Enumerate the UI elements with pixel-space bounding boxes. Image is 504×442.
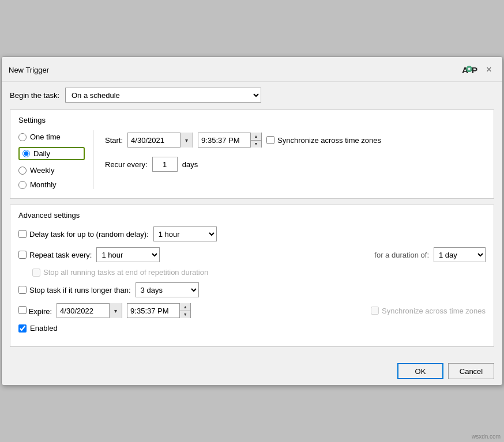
logo-icon: A PUALS: [462, 62, 478, 78]
repeat-label: Repeat task every:: [29, 251, 92, 259]
recur-label: Recur every:: [105, 160, 148, 169]
start-time-spinners: ▲ ▼: [250, 133, 261, 148]
stop-if-select[interactable]: 3 days: [136, 282, 199, 297]
stop-all-label: Stop all running tasks at end of repetit…: [43, 268, 208, 277]
delay-row: Delay task for up to (random delay): 1 h…: [18, 226, 486, 241]
delay-select[interactable]: 1 hour: [153, 226, 217, 241]
enabled-checkbox[interactable]: [18, 324, 27, 333]
duration-label: for a duration of:: [374, 251, 429, 259]
repeat-check-label[interactable]: Repeat task every:: [18, 251, 92, 259]
expire-row: Expire: ▾ ▲ ▼ Synchronize across time zo…: [18, 303, 486, 318]
footer-row: OK Cancel: [2, 358, 502, 385]
watermark: wsxdn.com: [472, 433, 501, 440]
expire-time-down-button[interactable]: ▼: [180, 311, 190, 319]
sync-checkbox[interactable]: [266, 136, 274, 144]
enabled-label: Enabled: [30, 324, 58, 333]
cancel-button[interactable]: Cancel: [448, 363, 494, 379]
advanced-section: Advanced settings Delay task for up to (…: [10, 205, 494, 347]
ok-button[interactable]: OK: [397, 363, 443, 379]
svg-text:PUALS: PUALS: [472, 65, 478, 75]
start-date-input[interactable]: [128, 133, 180, 147]
expire-date-input[interactable]: [57, 304, 109, 318]
recur-unit: days: [182, 160, 198, 169]
expire-time-up-button[interactable]: ▲: [180, 303, 190, 311]
stop-all-row: Stop all running tasks at end of repetit…: [32, 268, 486, 277]
radio-daily-input[interactable]: [22, 150, 30, 157]
enabled-row: Enabled: [18, 324, 486, 333]
sync-label: Synchronize across time zones: [277, 136, 381, 145]
svg-point-2: [468, 68, 471, 70]
start-time-up-button[interactable]: ▲: [251, 133, 261, 141]
radio-monthly-label: Monthly: [30, 180, 57, 189]
start-row: Start: ▾ ▲ ▼: [105, 133, 486, 148]
expire-sync-label: Synchronize across time zones: [382, 307, 486, 315]
delay-check-label[interactable]: Delay task for up to (random delay):: [18, 230, 149, 239]
expire-date-picker-button[interactable]: ▾: [109, 303, 122, 318]
start-date-input-wrap: ▾: [127, 133, 193, 148]
expire-time-input[interactable]: [127, 304, 179, 318]
radio-group: One time Daily Weekly Monthly: [18, 130, 93, 189]
stop-if-label: Stop task if it runs longer than:: [29, 286, 131, 294]
expire-checkbox[interactable]: [18, 306, 27, 314]
title-bar: New Trigger A PUALS ×: [2, 57, 502, 82]
logo: A PUALS: [462, 62, 478, 78]
expire-date-wrap: ▾: [57, 303, 122, 318]
delay-checkbox[interactable]: [18, 230, 27, 238]
title-right: A PUALS ×: [462, 62, 495, 78]
dialog-body: Begin the task: On a schedule Settings O…: [2, 82, 502, 358]
stop-if-row: Stop task if it runs longer than: 3 days: [18, 282, 486, 297]
settings-right: Start: ▾ ▲ ▼: [93, 130, 486, 189]
radio-weekly-input[interactable]: [18, 167, 27, 175]
settings-inner: One time Daily Weekly Monthly: [18, 130, 486, 189]
radio-weekly-label: Weekly: [30, 166, 54, 175]
start-time-input-wrap: ▲ ▼: [198, 133, 262, 148]
delay-label: Delay task for up to (random delay):: [29, 230, 149, 239]
recur-row: Recur every: days: [105, 157, 486, 172]
expire-time-spinners: ▲ ▼: [179, 303, 190, 318]
new-trigger-dialog: New Trigger A PUALS × Begin the task: On…: [1, 56, 503, 386]
stop-all-checkbox[interactable]: [32, 269, 40, 277]
expire-sync-checkbox[interactable]: [371, 307, 379, 315]
radio-daily-wrapper: Daily: [18, 147, 85, 160]
start-label: Start:: [105, 136, 123, 145]
repeat-row: Repeat task every: 1 hour for a duration…: [18, 247, 486, 262]
begin-label: Begin the task:: [10, 91, 59, 100]
expire-time-wrap: ▲ ▼: [127, 303, 191, 318]
radio-one-time[interactable]: One time: [18, 133, 85, 141]
radio-monthly-input[interactable]: [18, 181, 27, 189]
start-date-picker-button[interactable]: ▾: [180, 133, 193, 148]
sync-check: Synchronize across time zones: [266, 136, 381, 145]
radio-one-time-label: One time: [30, 133, 61, 141]
begin-select[interactable]: On a schedule: [65, 88, 261, 103]
stop-if-check-label[interactable]: Stop task if it runs longer than:: [18, 286, 131, 294]
expire-check-label[interactable]: Expire:: [18, 306, 52, 316]
stop-if-checkbox[interactable]: [18, 286, 27, 294]
duration-select[interactable]: 1 day: [434, 247, 486, 262]
radio-weekly[interactable]: Weekly: [18, 166, 85, 175]
repeat-checkbox[interactable]: [18, 251, 27, 259]
radio-daily-label: Daily: [33, 149, 50, 158]
begin-row: Begin the task: On a schedule: [10, 88, 494, 103]
dialog-title: New Trigger: [9, 66, 49, 74]
settings-section: Settings One time Daily Weekly: [10, 109, 494, 199]
settings-label: Settings: [18, 116, 486, 124]
close-button[interactable]: ×: [483, 63, 495, 76]
repeat-select[interactable]: 1 hour: [96, 247, 160, 262]
radio-one-time-input[interactable]: [18, 133, 27, 141]
start-time-input[interactable]: [198, 133, 250, 147]
start-time-down-button[interactable]: ▼: [251, 141, 261, 148]
for-duration: for a duration of: 1 day: [374, 247, 486, 262]
radio-monthly[interactable]: Monthly: [18, 180, 85, 189]
recur-input[interactable]: [152, 157, 178, 172]
advanced-label: Advanced settings: [18, 211, 486, 220]
expire-label: Expire:: [29, 307, 52, 316]
expire-sync: Synchronize across time zones: [371, 307, 486, 315]
